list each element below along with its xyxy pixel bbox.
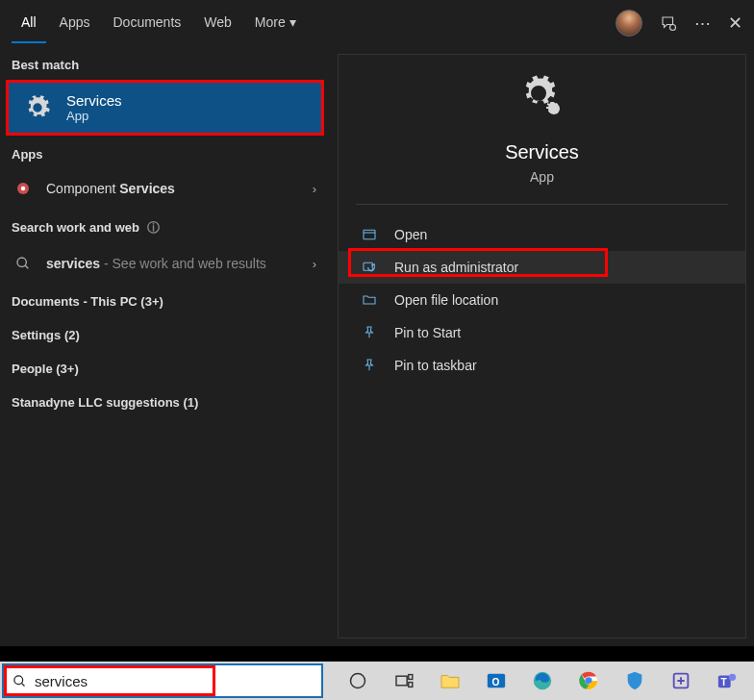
taskbar-icons: O T (335, 662, 750, 700)
action-pin-start-label: Pin to Start (394, 325, 461, 340)
results-panel: Best match Services App Apps Component S… (0, 46, 330, 646)
header-right: ⋯ ✕ (616, 10, 742, 37)
cortana-icon[interactable] (335, 662, 381, 700)
web-result-suffix: - See work and web results (100, 256, 266, 271)
chevron-right-icon: › (313, 182, 316, 196)
task-view-icon[interactable] (381, 662, 427, 700)
search-icon (13, 254, 33, 273)
svg-rect-13 (409, 683, 413, 688)
teams-icon[interactable]: T (704, 662, 750, 700)
close-icon[interactable]: ✕ (728, 12, 742, 34)
action-run-as-administrator[interactable]: Run as administrator (339, 251, 745, 284)
folder-icon (362, 292, 379, 308)
action-run-admin-label: Run as administrator (394, 260, 518, 275)
info-icon[interactable]: ⓘ (147, 220, 160, 235)
web-result-term: services (46, 256, 100, 271)
action-pin-to-start[interactable]: Pin to Start (339, 316, 745, 349)
pin-taskbar-icon (362, 358, 379, 373)
edge-icon[interactable] (519, 662, 566, 700)
outlook-icon[interactable]: O (473, 662, 519, 700)
svg-rect-11 (396, 676, 407, 686)
action-open-file-location[interactable]: Open file location (339, 284, 745, 316)
search-input-extra[interactable] (215, 665, 321, 696)
chrome-icon[interactable] (566, 662, 612, 700)
pin-start-icon (362, 325, 379, 340)
section-settings[interactable]: Settings (2) (0, 316, 330, 350)
svg-rect-6 (364, 230, 375, 238)
svg-point-2 (21, 187, 26, 191)
svg-point-22 (729, 674, 736, 681)
action-open-loc-label: Open file location (394, 292, 498, 308)
tab-apps[interactable]: Apps (50, 3, 100, 43)
tabs-bar: All Apps Documents Web More ▾ ⋯ ✕ (0, 0, 754, 46)
section-people[interactable]: People (3+) (0, 350, 330, 384)
more-options-icon[interactable]: ⋯ (694, 13, 711, 34)
section-suggestions[interactable]: Stanadyne LLC suggestions (1) (0, 384, 330, 417)
feedback-icon[interactable] (660, 14, 677, 32)
preview-subtitle: App (530, 169, 554, 185)
taskbar-search-box[interactable]: services (2, 663, 323, 698)
component-services-icon (13, 179, 33, 198)
section-documents[interactable]: Documents - This PC (3+) (0, 283, 330, 316)
search-body: Best match Services App Apps Component S… (0, 46, 754, 646)
preview-header: Services App (356, 74, 728, 205)
svg-rect-12 (409, 675, 413, 680)
web-result-services[interactable]: services - See work and web results › (0, 244, 330, 283)
tab-web[interactable]: Web (194, 3, 241, 43)
tab-all[interactable]: All (12, 3, 46, 43)
services-large-icon (519, 74, 566, 120)
action-pin-to-taskbar[interactable]: Pin to taskbar (339, 349, 745, 382)
section-search-web-label: Search work and web (12, 220, 139, 235)
action-open[interactable]: Open (339, 218, 745, 251)
preview-title: Services (505, 141, 579, 163)
web-result-label: services - See work and web results (46, 256, 266, 271)
section-best-match: Best match (0, 46, 330, 80)
section-search-web: Search work and web ⓘ (0, 208, 330, 244)
search-icon (13, 674, 27, 688)
action-pin-taskbar-label: Pin to taskbar (394, 358, 477, 373)
preview-actions: Open Run as administrator Open file loca… (339, 205, 745, 395)
file-explorer-icon[interactable] (427, 662, 473, 700)
preview-panel: Services App Open Run as administrator (338, 54, 746, 638)
svg-line-9 (21, 683, 24, 686)
apps-item-bold: Services (119, 181, 175, 196)
best-match-subtitle: App (66, 109, 122, 123)
best-match-title: Services (66, 92, 122, 109)
chevron-down-icon: ▾ (289, 14, 296, 30)
best-match-text: Services App (66, 92, 122, 123)
section-apps: Apps (0, 136, 330, 169)
action-open-label: Open (394, 227, 427, 242)
security-icon[interactable] (612, 662, 658, 700)
taskbar: services O T (0, 662, 754, 700)
snip-icon[interactable] (658, 662, 704, 700)
svg-point-0 (670, 25, 676, 31)
apps-item-component-services[interactable]: Component Services › (0, 169, 330, 208)
svg-line-4 (25, 265, 28, 268)
tab-documents[interactable]: Documents (103, 3, 190, 43)
apps-item-prefix: Component (46, 181, 119, 196)
chevron-right-icon: › (313, 257, 316, 271)
best-match-item[interactable]: Services App (6, 80, 324, 136)
services-icon (22, 92, 53, 123)
tab-more-label: More (255, 14, 286, 30)
tab-more[interactable]: More ▾ (245, 3, 306, 43)
svg-point-10 (351, 674, 365, 688)
apps-item-label: Component Services (46, 181, 175, 196)
open-icon (362, 227, 379, 242)
search-input-text: services (35, 673, 88, 689)
svg-text:T: T (721, 677, 728, 688)
start-search-window: All Apps Documents Web More ▾ ⋯ ✕ Best m… (0, 0, 754, 646)
svg-text:O: O (491, 677, 499, 688)
svg-point-8 (14, 675, 23, 684)
search-input-segment[interactable]: services (4, 665, 215, 696)
admin-shield-icon (362, 260, 379, 275)
user-avatar[interactable] (616, 10, 642, 37)
svg-point-3 (17, 258, 26, 266)
